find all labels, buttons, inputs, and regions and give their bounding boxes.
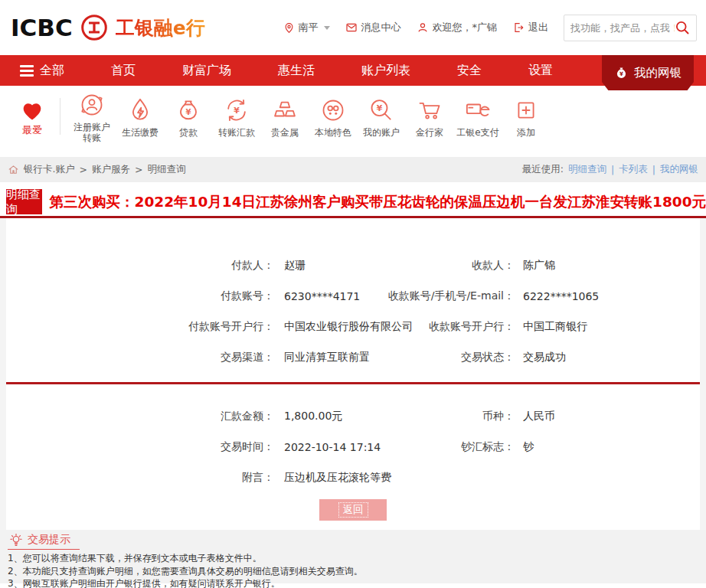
svg-text:¥: ¥ xyxy=(234,106,240,116)
nav-item-settings[interactable]: 设置 xyxy=(528,63,553,79)
welcome-user[interactable]: 欢迎您，*广锦 xyxy=(417,21,498,34)
breadcrumb-item-current: 明细查询 xyxy=(147,163,185,176)
tip-item: 1、您可以将查询结果下载，并保存到文本或电子表格文件中。 xyxy=(8,553,698,565)
payer-bank-label: 付款账号开户行： xyxy=(188,320,274,334)
nav-item-home[interactable]: 首页 xyxy=(111,63,136,79)
nav-item-life[interactable]: 惠生活 xyxy=(278,63,315,79)
payee-bank-label: 收款账号开户行： xyxy=(429,320,515,334)
svg-text:¥: ¥ xyxy=(377,103,383,113)
breadcrumb-item[interactable]: 账户服务 xyxy=(92,163,130,176)
search-input[interactable] xyxy=(570,22,675,34)
back-button[interactable]: 返回 xyxy=(319,499,387,521)
shortcut-label: 贵金属 xyxy=(271,127,299,138)
shortcut-local-feature[interactable]: 本地特色 xyxy=(311,95,355,138)
logout-icon xyxy=(512,21,525,34)
time-label: 交易时间： xyxy=(221,440,274,454)
main-content: 付款人： 赵珊 收款人： 陈广锦 付款账号： 6230****4171 收款账号… xyxy=(0,218,706,530)
precious-metal-icon xyxy=(270,95,300,126)
icbc-emblem-icon xyxy=(80,14,108,41)
main-nav: 全部 首页 财富广场 惠生活 账户列表 安全 设置 ¥ 我的网银 xyxy=(0,55,706,86)
money-bag-icon: ¥ xyxy=(614,66,629,80)
divider xyxy=(60,98,60,135)
shortcut-epay[interactable]: 工银e支付 xyxy=(456,95,500,138)
nav-item-wealth-plaza[interactable]: 财富广场 xyxy=(182,63,231,79)
tip-item: 2、本功能只支持查询账户明细，如您需要查询具体交易的明细信息请到相关交易查询。 xyxy=(8,566,698,578)
status-label: 交易状态： xyxy=(461,351,515,364)
my-ebank-label: 我的网银 xyxy=(634,65,681,81)
shortcut-label: 金行家 xyxy=(416,127,443,138)
detail-row: 付款账号开户行： 中国农业银行股份有限公司 收款账号开户行： 中国工商银行 xyxy=(6,312,700,342)
svg-text:¥: ¥ xyxy=(619,70,623,77)
detail-row: 汇款金额： 1,800.00元 币种： 人民币 xyxy=(6,401,700,432)
shortcut-utility-pay[interactable]: 生活缴费 xyxy=(118,95,162,138)
logout-label: 退出 xyxy=(528,21,548,34)
button-row: 返回 xyxy=(6,499,700,521)
shortcut-my-account[interactable]: ¥ 我的账户 xyxy=(359,95,404,138)
recent-link-my-ebank[interactable]: 我的网银 xyxy=(660,163,698,176)
shortcut-label: 工银e支付 xyxy=(456,127,498,138)
shortcut-loan[interactable]: ¥ 贷款 xyxy=(166,95,211,138)
notice-text: 第三次购买：2022年10月14日江苏徐州客户购买带压花齿轮的保温压边机一台发江… xyxy=(50,192,706,211)
channel-label: 交易渠道： xyxy=(221,351,274,364)
payee-value: 陈广锦 xyxy=(515,259,700,273)
payee-label: 收款人： xyxy=(472,259,515,273)
register-transfer-icon xyxy=(77,90,107,120)
breadcrumb-item[interactable]: 银行卡.账户 xyxy=(24,163,74,176)
shortcut-transfer-remit[interactable]: ¥ 转账汇款 xyxy=(214,95,259,138)
location-selector[interactable]: 南平 xyxy=(283,21,330,34)
shortcut-precious-metal[interactable]: 贵金属 xyxy=(263,95,307,138)
shortcut-label: 转账汇款 xyxy=(218,127,255,138)
cash-flag-label: 钞汇标志： xyxy=(461,440,515,454)
divider: | xyxy=(652,164,655,175)
search-icon[interactable] xyxy=(675,20,690,35)
user-icon xyxy=(417,21,429,34)
divider: | xyxy=(611,164,614,175)
lightbulb-icon xyxy=(9,533,23,547)
nav-all-label: 全部 xyxy=(40,63,64,79)
nav-item-account-list[interactable]: 账户列表 xyxy=(361,63,410,79)
currency-label: 币种： xyxy=(482,410,515,423)
utility-pay-icon xyxy=(125,95,155,126)
recent-link-detail-query[interactable]: 明细查询 xyxy=(568,163,606,176)
gold-expert-icon xyxy=(414,95,445,126)
loan-icon: ¥ xyxy=(173,95,204,126)
shortcut-label: 贷款 xyxy=(179,127,198,138)
detail-row: 交易时间： 2022-10-14 17:14 钞汇标志： 钞 xyxy=(6,432,700,462)
payee-account-label: 收款账号/手机号/E-mail： xyxy=(388,289,515,303)
currency-value: 人民币 xyxy=(515,410,700,423)
tip-item: 3、网银互联账户明细由开户银行提供，如有疑问请联系开户银行。 xyxy=(8,578,698,588)
shortcut-register-transfer[interactable]: 注册账户转账 xyxy=(70,90,114,144)
shortcut-label: 生活缴费 xyxy=(122,127,159,138)
shortcut-gold-expert[interactable]: 金行家 xyxy=(407,95,452,138)
shortcut-label: 添加 xyxy=(517,127,535,138)
icbc-logo: ICBC xyxy=(11,14,73,41)
nav-item-all[interactable]: 全部 xyxy=(20,63,64,79)
shortcut-label: 注册账户转账 xyxy=(73,122,111,144)
payee-bank-value: 中国工商银行 xyxy=(515,320,700,334)
logout-button[interactable]: 退出 xyxy=(512,21,548,34)
svg-text:¥: ¥ xyxy=(186,108,191,116)
favorites-label: 最爱 xyxy=(22,123,42,137)
message-center-link[interactable]: 消息中心 xyxy=(345,21,401,34)
recent-link-card-list[interactable]: 卡列表 xyxy=(619,163,648,176)
detail-row: 附言： 压边机及压花滚轮等费 xyxy=(6,462,700,493)
add-icon xyxy=(511,95,541,126)
recent-used-label: 最近使用: xyxy=(522,163,564,176)
mail-icon xyxy=(345,21,358,34)
breadcrumb: 银行卡.账户 > 账户服务 > 明细查询 xyxy=(8,163,185,176)
shortcut-label: 我的账户 xyxy=(363,127,400,138)
message-center-label: 消息中心 xyxy=(361,21,401,34)
payee-account-value: 6222****1065 xyxy=(515,290,700,302)
favorites-button[interactable]: 最爱 xyxy=(12,96,52,137)
payer-value: 赵珊 xyxy=(274,259,504,273)
recent-used: 最近使用: 明细查询 | 卡列表 | 我的网银 xyxy=(522,163,698,176)
nav-item-security[interactable]: 安全 xyxy=(457,63,482,79)
page-title-banner: 明细查询 第三次购买：2022年10月14日江苏徐州客户购买带压花齿轮的保温压边… xyxy=(0,188,706,218)
cash-flag-value: 钞 xyxy=(515,440,700,454)
breadcrumb-separator: > xyxy=(79,164,87,175)
my-ebank-tab[interactable]: ¥ 我的网银 xyxy=(602,55,694,90)
breadcrumb-bar: 银行卡.账户 > 账户服务 > 明细查询 最近使用: 明细查询 | 卡列表 | … xyxy=(0,157,706,182)
shortcut-add[interactable]: 添加 xyxy=(504,95,548,138)
amount-value: 1,800.00元 xyxy=(274,410,504,423)
transfer-remit-icon: ¥ xyxy=(221,95,252,126)
